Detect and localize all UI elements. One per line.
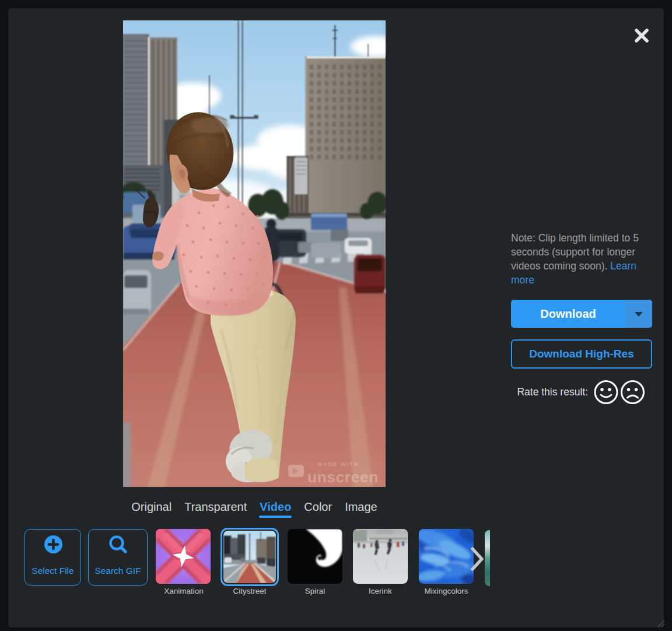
svg-text:unscreen: unscreen [307, 468, 379, 486]
svg-text:MADE WITH: MADE WITH [318, 461, 359, 467]
